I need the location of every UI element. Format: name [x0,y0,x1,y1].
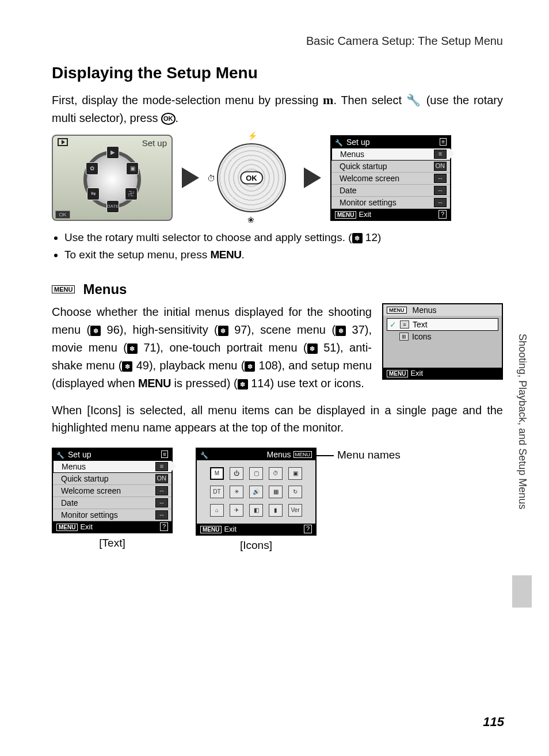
side-thumb-tab [512,575,532,608]
bullet-text: To exit the setup menu, press [64,249,210,261]
row: Menus≡ [53,460,171,473]
xref-icon [90,326,101,336]
icon-cell: 🔊 [249,486,263,498]
arrow-icon [304,167,321,188]
examples-row: Set up ≡ Menus≡ Quick startupON Welcome … [52,448,503,552]
option-text: ✓ ≡ Text [387,318,498,331]
row-label: Quick startup [61,474,108,483]
t: ), one-touch portrait menu ( [157,341,307,354]
icon-cell: ▮ [269,504,283,517]
row-value: -- [434,198,447,207]
menu-row-menus: Menus ≡ [331,148,450,161]
xref-icon [127,343,138,354]
bullet-text: ) [378,231,381,243]
list-icon: ≡ [440,138,447,146]
mode-select-label: Set up [142,138,167,148]
exit-label: Exit [224,525,237,533]
row: Quick startupON [53,473,171,485]
t: ), playback menu ( [149,359,245,372]
row: Date-- [53,497,171,509]
icon-cell: ☀ [230,486,243,498]
menu-label-icon: MENU [210,249,241,261]
xref-page: 114 [251,377,270,390]
row: Welcome screen-- [53,485,171,497]
timer-icon: ⏱ [207,174,215,183]
setup-menu-footer: MENUExit ? [331,209,450,220]
bullet-list: Use the rotary multi selector to choose … [52,229,503,264]
icons-option-icon: ⊞ [399,333,409,341]
t: ), scene menu ( [247,323,336,336]
row: Monitor settings-- [53,509,171,521]
icon-cell: ⏻ [230,467,243,480]
xref-page: 49 [136,359,149,372]
xref-icon [245,361,255,372]
row-value: -- [434,174,447,183]
page-header: Basic Camera Setup: The Setup Menu [52,35,503,48]
mode-dial-icon: ▣ [126,162,139,175]
text-example-screen: Set up ≡ Menus≡ Quick startupON Welcome … [52,448,173,533]
icon-cell: Ver [288,504,302,517]
side-tab: Shooting, Playback, and Setup Menus [516,334,528,564]
ok-button: OK [240,171,263,185]
menu-badge-icon: MENU [387,307,407,314]
wrench-icon: 🔧 [406,94,422,106]
playback-icon [58,138,68,146]
menus-paragraph: Choose whether the initial menus display… [52,303,372,392]
setup-title-text: Set up [346,138,369,147]
list-icon: ≡ [161,450,168,458]
macro-icon: ❀ [247,215,254,224]
row-value: -- [155,486,168,495]
text-example-caption: [Text] [52,537,173,549]
option-label: Icons [412,332,431,341]
icon-cell: ↻ [288,486,302,498]
menu-badge-icon: MENU [56,524,78,531]
section-title: Displaying the Setup Menu [52,64,503,82]
rotary-selector: ⚡ ❀ ⏱ OK [208,135,295,221]
text-example: Set up ≡ Menus≡ Quick startupON Welcome … [52,448,173,549]
title-text: Menus [266,450,291,459]
row-value: ≡ [155,462,168,471]
icons-example-screen: Menus MENU M ⏻ ▢ ⏱ ▣ DT [196,448,317,536]
xref-page: 96 [107,323,120,336]
intro-text-2: . Then select [333,94,406,106]
row-value: -- [434,186,447,195]
help-icon: ? [304,525,312,533]
ok-badge: OK [55,211,70,219]
bullet-text: Use the rotary multi selector to choose … [64,231,352,243]
xref-icon [218,326,228,336]
menus-option-screen: MENU Menus ✓ ≡ Text ⊞ Icons MENUExit [382,303,503,380]
bullet-item: To exit the setup menu, press MENU. [64,246,503,264]
xref-icon [122,361,132,372]
menu-label-icon: MENU [138,377,171,390]
callout-text: Menu names [337,449,401,461]
icon-cell: ⏱ [269,467,283,480]
mode-select-screen: Set up ▶ ✿ ▣ ⇆ 卍 DATE OK [52,135,173,221]
help-icon: ? [160,522,168,531]
bullet-text: . [241,249,244,261]
arrow-icon [182,167,199,188]
icon-cell: ▣ [288,467,302,480]
xref-icon [352,233,363,243]
wrench-icon [335,138,343,147]
mode-dial-icon: ▶ [106,146,119,159]
option-label: Text [413,320,428,329]
menu-badge-icon: MENU [52,285,75,293]
icon-cell: DT [210,486,224,498]
row-label: Monitor settings [61,510,118,520]
mode-icon: m [323,93,333,107]
row-label: Quick startup [340,162,387,171]
flash-icon: ⚡ [247,131,257,140]
menu-names-callout: Menu names [317,449,401,461]
mode-dial-icon: ⇆ [87,188,100,200]
t: ), high-sensitivity ( [120,323,218,336]
menu-badge-icon: MENU [335,211,356,219]
row-value: ON [434,162,447,171]
menus-option-title: MENU Menus [383,304,502,316]
mode-dial: ▶ ✿ ▣ ⇆ 卍 DATE [83,151,141,208]
title-text: Set up [68,450,91,459]
mode-dial-icon: 卍 [125,188,138,200]
icon-cell: M [210,467,224,480]
help-icon: ? [439,210,447,219]
xref-page: 12 [365,231,378,243]
intro-text-1: First, display the mode-selection menu b… [52,94,323,106]
